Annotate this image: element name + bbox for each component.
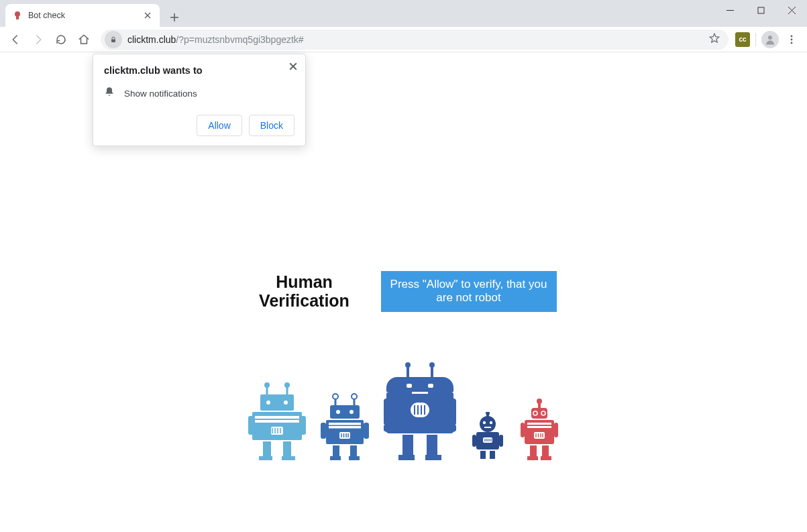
toolbar-separator [755, 33, 756, 46]
svg-rect-65 [449, 398, 456, 425]
address-bar[interactable]: clicktm.club/?p=muztsnbvmq5gi3bpgeztk# [101, 30, 729, 50]
heading-line-2: Verification [259, 291, 349, 310]
svg-rect-86 [480, 451, 486, 459]
block-button[interactable]: Block [249, 115, 294, 136]
bell-icon [104, 87, 115, 100]
svg-rect-21 [260, 394, 294, 411]
svg-rect-68 [402, 435, 413, 456]
svg-rect-49 [349, 456, 360, 460]
verification-heading: Human Verification [251, 272, 358, 311]
forward-button[interactable] [28, 30, 48, 50]
svg-rect-90 [484, 427, 491, 428]
svg-rect-101 [554, 423, 558, 437]
notification-permission-prompt: clicktm.club wants to Show notifications… [93, 54, 306, 146]
robot-icon-2 [321, 393, 369, 460]
svg-point-88 [482, 421, 485, 424]
tab-close-icon[interactable] [142, 10, 153, 21]
url-text: clicktm.club/?p=muztsnbvmq5gi3bpgeztk# [127, 34, 304, 45]
svg-rect-72 [407, 384, 412, 388]
verification-banner: Press "Allow" to verify, that you are no… [381, 271, 557, 312]
url-host: clicktm.club [127, 34, 176, 45]
svg-point-51 [349, 410, 354, 414]
home-button[interactable] [74, 30, 94, 50]
svg-rect-85 [499, 435, 503, 447]
svg-rect-84 [472, 435, 476, 447]
svg-rect-24 [301, 416, 306, 435]
svg-point-29 [266, 401, 270, 405]
prompt-close-icon[interactable] [289, 61, 297, 73]
window-close[interactable] [776, 0, 807, 20]
svg-rect-47 [350, 445, 357, 458]
svg-rect-10 [111, 39, 115, 42]
svg-point-30 [284, 401, 288, 405]
allow-button[interactable]: Allow [197, 115, 241, 136]
profile-button[interactable] [761, 31, 779, 48]
svg-rect-23 [248, 416, 254, 435]
svg-rect-41 [353, 398, 355, 405]
svg-rect-26 [283, 441, 291, 458]
svg-rect-44 [321, 423, 326, 439]
svg-rect-70 [398, 455, 415, 460]
svg-point-14 [791, 42, 793, 44]
svg-rect-73 [428, 384, 433, 388]
robots-illustration [0, 361, 807, 460]
bookmark-star-icon[interactable] [708, 32, 720, 47]
back-button[interactable] [5, 30, 25, 50]
tab-strip: Bot check [0, 0, 807, 27]
svg-rect-60 [407, 366, 409, 377]
svg-rect-108 [527, 423, 551, 425]
svg-point-82 [480, 416, 496, 432]
svg-point-11 [768, 36, 772, 40]
svg-rect-52 [329, 423, 361, 425]
window-minimize[interactable] [714, 0, 745, 20]
svg-point-38 [333, 394, 338, 399]
svg-rect-46 [333, 445, 339, 458]
svg-point-13 [791, 38, 793, 40]
svg-rect-25 [263, 441, 271, 458]
robot-icon-1 [248, 381, 306, 460]
svg-rect-18 [266, 386, 268, 394]
svg-rect-20 [286, 386, 288, 394]
svg-point-40 [352, 394, 357, 399]
browser-toolbar: clicktm.club/?p=muztsnbvmq5gi3bpgeztk# c… [0, 27, 807, 52]
svg-rect-75 [411, 403, 429, 417]
robot-icon-5 [519, 398, 559, 460]
reload-button[interactable] [51, 30, 71, 50]
svg-rect-97 [538, 403, 541, 408]
svg-rect-103 [542, 445, 549, 458]
tab-favicon [12, 10, 23, 21]
tab-title: Bot check [28, 11, 137, 20]
window-maximize[interactable] [745, 0, 776, 20]
svg-rect-104 [527, 456, 538, 460]
svg-point-12 [791, 35, 793, 37]
robot-icon-4 [471, 412, 504, 460]
svg-rect-1 [758, 7, 764, 13]
svg-rect-109 [527, 426, 551, 428]
svg-rect-100 [521, 423, 525, 437]
svg-point-50 [336, 410, 340, 414]
svg-rect-48 [330, 456, 341, 460]
svg-rect-32 [255, 420, 299, 423]
svg-rect-42 [330, 405, 360, 419]
svg-rect-53 [329, 426, 361, 429]
prompt-site-line: clicktm.club wants to [104, 65, 294, 76]
svg-point-81 [486, 412, 490, 415]
menu-button[interactable] [782, 30, 802, 50]
svg-rect-27 [259, 456, 272, 460]
svg-rect-105 [541, 456, 551, 460]
extension-icon[interactable]: cc [735, 32, 750, 47]
site-info-button[interactable] [105, 31, 122, 48]
svg-rect-45 [364, 423, 369, 439]
svg-point-89 [489, 421, 492, 424]
browser-tab[interactable]: Bot check [5, 4, 160, 27]
svg-rect-102 [530, 445, 537, 458]
robot-icon-3 [384, 361, 456, 460]
url-path: /?p=muztsnbvmq5gi3bpgeztk# [176, 34, 303, 45]
svg-rect-5 [16, 16, 19, 19]
svg-rect-69 [427, 435, 437, 456]
svg-rect-31 [255, 416, 299, 419]
svg-rect-87 [490, 451, 495, 459]
svg-rect-39 [334, 398, 336, 405]
new-tab-button[interactable] [165, 8, 184, 27]
svg-rect-28 [282, 456, 295, 460]
